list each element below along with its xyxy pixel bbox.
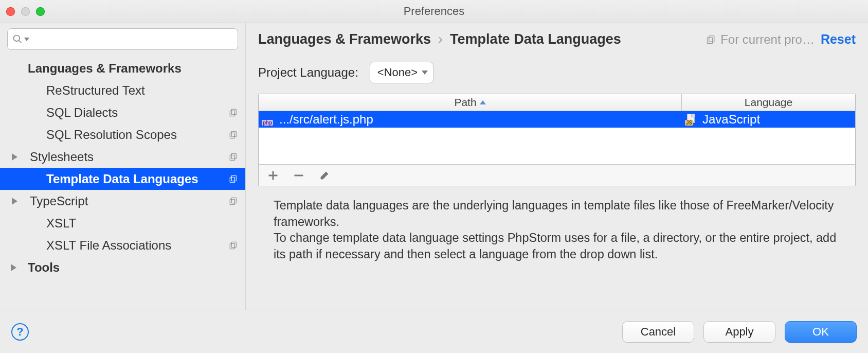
- preferences-body: Languages & FrameworksReStructured TextS…: [0, 23, 868, 310]
- scope-project-icon: [227, 152, 240, 162]
- disclosure-arrow-icon: [0, 153, 30, 161]
- settings-content: Languages & Frameworks › Template Data L…: [246, 23, 868, 310]
- svg-rect-11: [230, 177, 234, 183]
- project-language-dropdown[interactable]: <None>: [370, 62, 433, 83]
- svg-line-1: [19, 41, 22, 43]
- table-body: php.../src/alert.js.phpJSJavaScript: [259, 111, 855, 164]
- scope-project-icon: [227, 108, 240, 117]
- ok-button[interactable]: OK: [785, 321, 857, 343]
- svg-rect-15: [231, 242, 236, 248]
- cell-path-text: .../src/alert.js.php: [279, 112, 373, 127]
- sidebar-item-label: TypeScript: [30, 194, 227, 208]
- svg-rect-13: [231, 198, 236, 203]
- sidebar-item-label: SQL Resolution Scopes: [46, 128, 227, 142]
- sidebar-item-typescript[interactable]: TypeScript: [0, 190, 245, 212]
- scope-project-icon: [227, 241, 240, 250]
- sidebar-item-tools[interactable]: Tools: [0, 256, 245, 278]
- scope-project-icon: [227, 130, 240, 139]
- table-header: Path Language: [259, 94, 855, 111]
- scope-label: For current pro…: [720, 32, 815, 47]
- svg-rect-14: [230, 199, 234, 205]
- template-languages-table: Path Language php.../src/alert.js.phpJSJ…: [258, 94, 856, 186]
- svg-rect-9: [230, 155, 234, 161]
- sort-ascending-icon: [480, 100, 486, 104]
- sidebar-item-sql-resolution-scopes[interactable]: SQL Resolution Scopes: [0, 123, 245, 146]
- breadcrumb-parent[interactable]: Languages & Frameworks: [258, 31, 431, 47]
- zoom-window-icon[interactable]: [36, 7, 45, 16]
- scope-project-icon: [227, 197, 240, 206]
- sidebar-item-label: XSLT File Associations: [46, 238, 227, 253]
- sidebar-item-stylesheets[interactable]: Stylesheets: [0, 146, 245, 168]
- svg-rect-10: [231, 175, 236, 181]
- svg-point-0: [14, 36, 20, 42]
- svg-marker-24: [321, 172, 328, 179]
- settings-tree: Languages & FrameworksReStructured TextS…: [0, 54, 245, 310]
- project-language-row: Project Language: <None>: [258, 62, 856, 83]
- project-language-label: Project Language:: [258, 65, 358, 80]
- close-window-icon[interactable]: [6, 7, 15, 16]
- apply-button[interactable]: Apply: [703, 321, 775, 343]
- svg-rect-16: [230, 243, 234, 249]
- window-title: Preferences: [45, 5, 823, 18]
- sidebar-item-xslt[interactable]: XSLT: [0, 212, 245, 234]
- table-toolbar: [259, 164, 855, 186]
- edit-button[interactable]: [318, 169, 331, 182]
- js-file-icon: JS: [685, 114, 698, 125]
- breadcrumb-current: Template Data Languages: [450, 31, 621, 47]
- sidebar-item-sql-dialects[interactable]: SQL Dialects: [0, 101, 245, 123]
- dialog-footer: ? Cancel Apply OK: [0, 310, 868, 353]
- svg-rect-23: [295, 175, 303, 176]
- sidebar-item-languages-frameworks[interactable]: Languages & Frameworks: [0, 57, 245, 79]
- search-history-chevron-icon[interactable]: [24, 38, 31, 41]
- sidebar-item-template-data-languages[interactable]: Template Data Languages: [0, 168, 245, 190]
- svg-rect-5: [231, 131, 236, 137]
- scope-project-icon: [227, 174, 240, 184]
- svg-marker-7: [12, 153, 17, 161]
- scope-indicator: For current pro…: [706, 32, 815, 47]
- svg-marker-20: [422, 70, 428, 75]
- chevron-right-icon: ›: [438, 31, 443, 47]
- sidebar-item-label: SQL Dialects: [46, 105, 227, 120]
- svg-marker-17: [11, 264, 16, 271]
- breadcrumb-row: Languages & Frameworks › Template Data L…: [258, 31, 856, 47]
- window-controls: [6, 7, 45, 16]
- cell-path: php.../src/alert.js.php: [259, 111, 682, 128]
- svg-marker-12: [12, 198, 17, 205]
- add-button[interactable]: [267, 169, 279, 182]
- search-field[interactable]: [7, 28, 238, 50]
- sidebar-item-label: Template Data Languages: [46, 172, 227, 186]
- titlebar: Preferences: [0, 0, 868, 23]
- php-file-icon: php: [262, 114, 275, 125]
- sidebar: Languages & FrameworksReStructured TextS…: [0, 23, 246, 310]
- cancel-button[interactable]: Cancel: [622, 321, 694, 343]
- table-row[interactable]: php.../src/alert.js.phpJSJavaScript: [259, 111, 855, 128]
- svg-rect-22: [269, 175, 277, 176]
- reset-link[interactable]: Reset: [821, 32, 856, 47]
- disclosure-arrow-icon: [0, 264, 28, 271]
- sidebar-item-label: Languages & Frameworks: [28, 61, 227, 76]
- column-header-path[interactable]: Path: [259, 94, 682, 111]
- cell-language-text: JavaScript: [702, 112, 760, 127]
- copy-icon: [706, 34, 716, 45]
- svg-rect-3: [231, 109, 236, 115]
- remove-button[interactable]: [293, 169, 305, 182]
- chevron-down-icon: [422, 70, 428, 75]
- svg-rect-6: [230, 133, 234, 138]
- breadcrumb: Languages & Frameworks › Template Data L…: [258, 31, 621, 47]
- cell-language[interactable]: JSJavaScript: [682, 111, 855, 128]
- svg-rect-18: [709, 36, 714, 42]
- search-icon: [11, 32, 24, 46]
- svg-rect-8: [231, 153, 236, 159]
- minimize-window-icon[interactable]: [21, 7, 30, 16]
- sidebar-item-label: ReStructured Text: [46, 83, 227, 98]
- svg-marker-2: [24, 38, 29, 41]
- sidebar-item-label: XSLT: [46, 216, 227, 231]
- sidebar-item-xslt-file-associations[interactable]: XSLT File Associations: [0, 234, 245, 256]
- sidebar-item-label: Tools: [28, 260, 227, 275]
- help-button[interactable]: ?: [11, 323, 29, 341]
- search-input[interactable]: [31, 33, 234, 45]
- column-header-language[interactable]: Language: [682, 94, 855, 111]
- sidebar-item-restructured-text[interactable]: ReStructured Text: [0, 79, 245, 101]
- sidebar-item-label: Stylesheets: [30, 150, 227, 164]
- project-language-value: <None>: [377, 66, 418, 79]
